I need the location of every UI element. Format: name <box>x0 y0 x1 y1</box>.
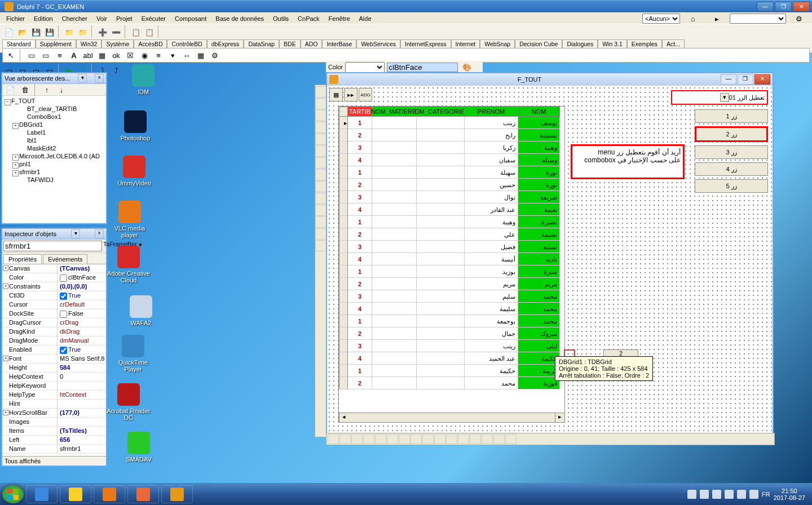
align-button[interactable] <box>375 434 386 444</box>
component-icon[interactable]: ▭ <box>39 48 52 62</box>
side-tool-button[interactable] <box>315 240 326 251</box>
palette-tab[interactable]: WebServices <box>356 39 400 48</box>
tray-icon[interactable] <box>687 490 696 499</box>
disable-button-combobox[interactable]: تعطيل الزر 01 ▾ <box>671 90 768 105</box>
side-tool-button[interactable] <box>315 98 326 109</box>
side-tool-button[interactable] <box>315 228 326 240</box>
align-button[interactable] <box>470 434 481 444</box>
menu-item[interactable]: Base de données <box>211 14 268 23</box>
tree-node[interactable]: DBGrid1 <box>11 121 105 129</box>
task-button-vlc[interactable] <box>94 485 125 503</box>
save-button[interactable]: 💾 <box>29 25 43 39</box>
dbgrid-hscrollbar[interactable]: ◂ ▸ <box>339 413 564 422</box>
table-row[interactable]: 3نوالشريفة <box>339 191 564 203</box>
panel-close-button[interactable]: × <box>95 229 104 238</box>
component-icon[interactable]: ≡ <box>53 48 67 62</box>
dbgrid[interactable]: TARTIB NOM_MATIERE DM_CATEGORIE PRENOM N… <box>338 106 565 423</box>
tree-node[interactable]: pnl1 <box>11 160 105 168</box>
tab-events[interactable]: Evénements <box>43 254 87 264</box>
new-button[interactable]: 📄 <box>2 25 16 39</box>
desktop-icon[interactable]: Acrobat Reader DC <box>106 383 151 421</box>
component-icon[interactable]: ▦ <box>194 48 208 62</box>
tree-node[interactable]: ComboBox1 <box>11 113 105 121</box>
menu-button-1[interactable]: زر 1 <box>695 109 768 123</box>
tray-clock[interactable]: 21:50 2017-08-27 <box>774 488 805 501</box>
tree-node[interactable]: BT_clear_TARTIB <box>11 105 105 113</box>
menu-item[interactable]: CnPack <box>294 14 324 23</box>
tree-tool-button[interactable]: 📄 <box>3 83 17 96</box>
menu-item[interactable]: Fenêtre <box>325 14 354 23</box>
menu-button-4[interactable]: زر 4 <box>695 162 768 176</box>
palette-tab[interactable]: Dialogues <box>562 39 598 48</box>
table-row[interactable]: 1بوزيدمنيرة <box>339 265 564 278</box>
table-row[interactable]: 3زكرياوهيبة <box>339 141 564 154</box>
align-button[interactable] <box>493 434 505 444</box>
palette-tab[interactable]: Act... <box>662 39 685 48</box>
desktop-icon[interactable]: Photoshop <box>113 110 158 141</box>
color-combo[interactable] <box>345 62 385 73</box>
desktop-icon[interactable]: WAFA2 <box>118 295 164 326</box>
taskbar[interactable]: FR 21:50 2017-08-27 <box>0 483 812 505</box>
task-button-explorer[interactable] <box>60 485 91 503</box>
tray-icon[interactable] <box>712 490 721 499</box>
tree-up-button[interactable]: ↑ <box>40 83 54 96</box>
table-row[interactable]: 1وهيبةنصيرة <box>339 216 564 228</box>
align-button[interactable] <box>411 434 422 444</box>
align-button[interactable] <box>351 434 363 444</box>
dbgrid-body[interactable]: ▸1زينبيوسف2رابحيسمينة3زكرياوهيبة4سفيانوس… <box>339 117 564 413</box>
menu-button-3[interactable]: زر 3 <box>695 145 768 159</box>
palette-tab[interactable]: Win32 <box>76 39 102 48</box>
col-header-matiere[interactable]: NOM_MATIERE <box>372 107 417 117</box>
col-header-tartib[interactable]: TARTIB <box>348 107 372 117</box>
align-button[interactable] <box>363 434 374 444</box>
menu-item[interactable]: Fichier <box>2 14 29 23</box>
tray-language[interactable]: FR <box>762 491 770 498</box>
tree-node[interactable]: TAFWIDJ <box>11 176 105 184</box>
menu-item[interactable]: Composant <box>171 14 210 23</box>
component-icon[interactable]: ↔ <box>180 48 193 62</box>
palette-tab[interactable]: Decision Cube <box>515 39 562 48</box>
table-row[interactable]: 2محمدفوزية <box>339 377 564 389</box>
toggle-form-button[interactable]: 📋 <box>129 25 143 39</box>
desktop-icon[interactable]: IDM <box>121 64 166 95</box>
table-row[interactable]: 4سليمةمحمد <box>339 303 564 315</box>
table-row[interactable]: ▸1زينبيوسف <box>339 117 564 129</box>
side-tool-button[interactable] <box>315 134 326 145</box>
table-row[interactable]: 2جمالمبروك <box>339 327 564 340</box>
dock-icon[interactable]: ▾ <box>71 229 80 238</box>
component-icon[interactable]: ▭ <box>25 48 38 62</box>
component-icon[interactable]: A <box>67 48 81 62</box>
side-tool-button[interactable] <box>315 205 326 216</box>
dbnavigator[interactable]: ▦ ▸▸ ADO <box>329 88 372 101</box>
tree-tool-button[interactable]: 🗑 <box>18 83 32 96</box>
menu-item[interactable]: Aide <box>355 14 376 23</box>
scroll-left-button[interactable]: ◂ <box>339 413 348 422</box>
form-designer[interactable]: F_TOUT — ❐ ✕ ▦ ▸▸ ADO تعطيل الزر 01 ▾ زر… <box>326 72 774 435</box>
table-row[interactable]: 1حكيمةكريمة <box>339 365 564 377</box>
col-header-prenom[interactable]: PRENOM <box>465 107 518 117</box>
align-button[interactable] <box>434 434 445 444</box>
desktop-icon[interactable]: VLC media player <box>107 201 152 238</box>
menu-item[interactable]: Voir <box>92 14 111 23</box>
tray-icon[interactable] <box>749 490 758 499</box>
palette-tab[interactable]: Exemples <box>627 39 662 48</box>
align-button[interactable] <box>399 434 410 444</box>
align-button[interactable] <box>339 434 351 444</box>
tree-node[interactable]: lbl1 <box>11 136 105 144</box>
table-row[interactable]: 4سفيانوسيلة <box>339 154 564 166</box>
inspector-titlebar[interactable]: Inspecteur d'objets ▾ × <box>2 229 106 240</box>
align-button[interactable] <box>505 434 517 444</box>
align-button[interactable] <box>422 434 434 444</box>
palette-tab[interactable]: AccèsBD <box>134 39 167 48</box>
side-tool-button[interactable] <box>315 169 326 180</box>
scroll-right-button[interactable]: ▸ <box>555 413 564 422</box>
palette-tab[interactable]: InternetExpress <box>400 39 451 48</box>
component-icon[interactable]: ⚙ <box>208 48 222 62</box>
table-row[interactable]: 3زينبليلى <box>339 340 564 352</box>
form-surface[interactable]: ▦ ▸▸ ADO تعطيل الزر 01 ▾ زر 1 زر 2 زر 3 … <box>327 86 773 434</box>
tree-node[interactable]: Label1 <box>11 129 105 136</box>
side-tool-button[interactable] <box>315 110 326 121</box>
dock-icon[interactable]: ▾ <box>78 74 87 83</box>
task-button-ie[interactable] <box>26 485 58 503</box>
tree-down-button[interactable]: ↓ <box>55 83 68 96</box>
